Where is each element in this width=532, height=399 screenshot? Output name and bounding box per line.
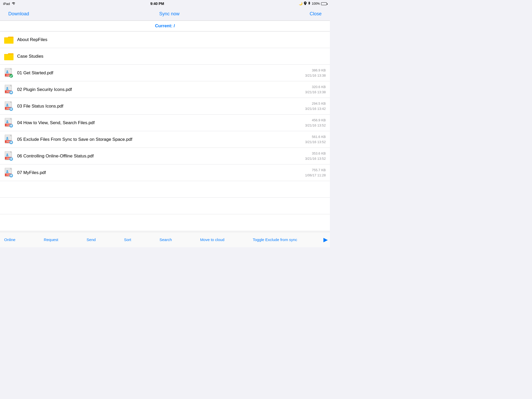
file-name: 01 Get Started.pdf: [17, 70, 305, 76]
send-button[interactable]: Send: [84, 236, 98, 243]
file-name: 03 File Status Icons.pdf: [17, 104, 305, 109]
file-item[interactable]: PDF 05 Exclude Files From Sync to Save o…: [0, 131, 330, 148]
file-name: 06 Controlling Online-Offline Status.pdf: [17, 154, 305, 159]
file-name: 04 How to View, Send, Search Files.pdf: [17, 120, 305, 125]
svg-point-0: [305, 2, 306, 3]
file-date: 3/21/16 13:52: [305, 123, 326, 128]
download-button[interactable]: Download: [6, 10, 31, 18]
folder-icon: [4, 35, 14, 44]
file-date: 3/21/16 13:38: [305, 90, 326, 95]
file-meta: 294.5 KB 3/21/16 13:42: [305, 101, 326, 111]
current-path-label: Current: /: [155, 23, 175, 28]
file-date: 3/21/16 13:42: [305, 106, 326, 111]
file-size: 353.6 KB: [305, 151, 326, 156]
current-path: Current: /: [0, 21, 330, 31]
file-date: 3/21/16 13:52: [305, 139, 326, 145]
spacer-row: [0, 214, 330, 231]
search-button[interactable]: Search: [157, 236, 174, 243]
battery-label: 100%: [312, 2, 320, 5]
top-nav: Download Sync now Close: [0, 7, 330, 21]
status-left: iPad: [3, 2, 16, 6]
svg-point-8: [6, 70, 8, 72]
move-to-cloud-button[interactable]: Move to cloud: [198, 236, 227, 243]
pdf-icon: PDF: [4, 151, 14, 161]
status-bar: iPad 9:40 PM 🌙 100%: [0, 0, 330, 7]
file-size: 320.6 KB: [305, 84, 326, 90]
location-icon: [304, 2, 307, 6]
file-date: 1/06/17 11:28: [305, 173, 326, 178]
file-list-container: About RepFiles Case Studies: [0, 31, 330, 232]
status-time: 9:40 PM: [150, 2, 164, 6]
folder-item[interactable]: Case Studies: [0, 48, 330, 65]
file-item[interactable]: PDF 06 Controlling Online-Offline Status…: [0, 148, 330, 164]
file-item[interactable]: PDF 02 Plugin Security Icons.pdf 320.6 K…: [0, 81, 330, 98]
file-item[interactable]: PDF 01 Get Started.pdf 386.9 KB 3/21/16 …: [0, 65, 330, 81]
pdf-icon: PDF: [4, 118, 14, 128]
file-size: 561.6 KB: [305, 134, 326, 139]
svg-rect-2: [4, 37, 14, 44]
file-name: 05 Exclude Files From Sync to Save on St…: [17, 137, 305, 142]
file-meta: 456.9 KB 3/21/16 13:52: [305, 118, 326, 128]
folder-name: Case Studies: [17, 54, 326, 59]
pdf-synced-icon: PDF: [4, 68, 14, 78]
bluetooth-icon: [308, 2, 310, 6]
toggle-exclude-button[interactable]: Toggle Exclude from sync: [251, 236, 299, 243]
file-date: 3/21/16 13:38: [305, 73, 326, 78]
battery-icon: [321, 2, 327, 5]
file-meta: 561.6 KB 3/21/16 13:52: [305, 134, 326, 144]
file-meta: 386.9 KB 3/21/16 13:38: [305, 68, 326, 78]
file-item[interactable]: PDF 03 File Status Icons.pdf 294.5 KB 3/…: [0, 98, 330, 115]
moon-icon: 🌙: [299, 2, 303, 5]
file-size: 755.7 KB: [305, 168, 326, 173]
svg-point-27: [6, 137, 8, 138]
file-name: 02 Plugin Security Icons.pdf: [17, 87, 305, 92]
close-button[interactable]: Close: [308, 10, 324, 18]
svg-point-12: [6, 87, 8, 89]
request-button[interactable]: Request: [42, 236, 60, 243]
online-button[interactable]: Online: [2, 236, 17, 243]
pdf-icon: PDF: [4, 168, 14, 177]
folder-name: About RepFiles: [17, 37, 326, 42]
file-size: 386.9 KB: [305, 68, 326, 73]
bottom-tab-bar: Online Request Send Sort Search Move to …: [0, 232, 330, 247]
sort-button[interactable]: Sort: [122, 236, 133, 243]
folder-icon: [4, 52, 14, 61]
file-date: 3/21/16 13:52: [305, 156, 326, 161]
pdf-icon: PDF: [4, 102, 14, 111]
next-arrow-button[interactable]: ▶: [323, 236, 328, 243]
main-content: Download Sync now Close Current: / About…: [0, 7, 330, 247]
pdf-icon: PDF: [4, 85, 14, 94]
svg-point-22: [6, 120, 8, 122]
svg-point-37: [6, 170, 8, 172]
spacer-row: [0, 181, 330, 198]
file-meta: 320.6 KB 3/21/16 13:38: [305, 84, 326, 95]
svg-point-17: [6, 104, 8, 105]
spacer-row: [0, 198, 330, 214]
folder-item[interactable]: About RepFiles: [0, 31, 330, 48]
file-name: 07 MyFiles.pdf: [17, 170, 305, 175]
svg-point-32: [6, 154, 8, 155]
wifi-icon: [11, 2, 16, 6]
status-right: 🌙 100%: [299, 2, 327, 6]
file-size: 294.5 KB: [305, 101, 326, 106]
svg-rect-3: [4, 54, 14, 60]
file-meta: 755.7 KB 1/06/17 11:28: [305, 168, 326, 178]
pdf-icon: PDF: [4, 135, 14, 144]
file-item[interactable]: PDF 07 MyFiles.pdf 755.7 KB 1/06/17 11:2…: [0, 164, 330, 181]
sync-now-button[interactable]: Sync now: [157, 10, 182, 18]
file-size: 456.9 KB: [305, 118, 326, 123]
device-label: iPad: [3, 2, 10, 6]
file-item[interactable]: PDF 04 How to View, Send, Search Files.p…: [0, 115, 330, 131]
file-meta: 353.6 KB 3/21/16 13:52: [305, 151, 326, 161]
